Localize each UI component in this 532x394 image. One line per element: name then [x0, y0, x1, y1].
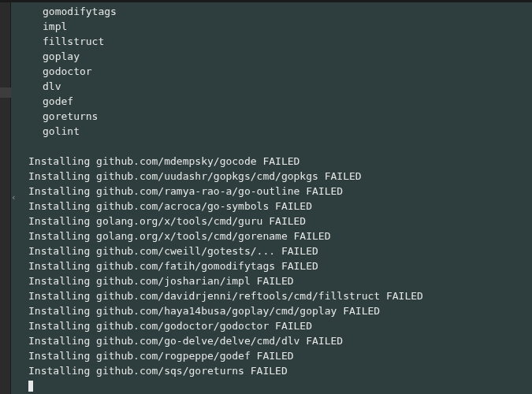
sidebar-marker	[0, 87, 11, 98]
tool-list-item: goplay	[11, 49, 532, 64]
cursor-line	[11, 378, 532, 393]
install-status-line: Installing github.com/fatih/gomodifytags…	[11, 258, 532, 273]
cursor-icon	[28, 381, 33, 392]
tool-list-item: golint	[11, 124, 532, 139]
install-status-line: Installing github.com/mdempsky/gocode FA…	[11, 154, 532, 169]
install-status-line: Installing github.com/cweill/gotests/...…	[11, 243, 532, 258]
tool-list-item: goreturns	[11, 109, 532, 124]
tool-list-item: godef	[11, 94, 532, 109]
install-status-line: Installing golang.org/x/tools/cmd/guru F…	[11, 214, 532, 229]
install-status-line: Installing github.com/davidrjenni/reftoo…	[11, 288, 532, 303]
install-status-line: Installing golang.org/x/tools/cmd/gorena…	[11, 229, 532, 243]
terminal-output[interactable]: gomodifytags impl fillstruct goplay godo…	[11, 2, 532, 394]
tool-list-item: godoctor	[11, 64, 532, 79]
install-status-line: Installing github.com/acroca/go-symbols …	[11, 199, 532, 214]
tool-list-item: gomodifytags	[11, 4, 532, 19]
install-status-line: Installing github.com/go-delve/delve/cmd…	[11, 333, 532, 348]
blank-line	[11, 139, 532, 154]
install-status-line: Installing github.com/godoctor/godoctor …	[11, 318, 532, 333]
install-status-line: Installing github.com/uudashr/gopkgs/cmd…	[11, 169, 532, 184]
tool-list-item: impl	[11, 19, 532, 34]
tool-list-item: fillstruct	[11, 34, 532, 49]
install-status-line: Installing github.com/sqs/goreturns FAIL…	[11, 363, 532, 378]
install-status-line: Installing github.com/rogpeppe/godef FAI…	[11, 348, 532, 363]
install-status-line: Installing github.com/haya14busa/goplay/…	[11, 303, 532, 318]
chevron-left-icon[interactable]: ‹	[11, 192, 17, 203]
install-status-line: Installing github.com/ramya-rao-a/go-out…	[11, 184, 532, 199]
install-status-line: Installing github.com/josharian/impl FAI…	[11, 273, 532, 288]
sidebar-gutter	[0, 2, 11, 394]
tool-list-item: dlv	[11, 79, 532, 94]
